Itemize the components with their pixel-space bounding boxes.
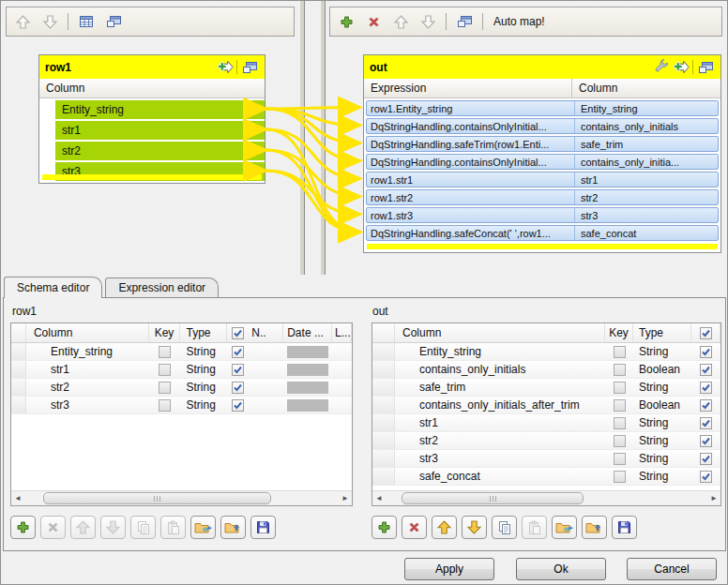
- type-cell[interactable]: String: [633, 343, 691, 360]
- output-column-cell[interactable]: contains_only_initials: [575, 121, 718, 132]
- key-checkbox[interactable]: [159, 346, 171, 358]
- nullable-checkbox[interactable]: [232, 382, 244, 394]
- schema-row[interactable]: safe_concatString: [372, 468, 720, 486]
- output-column-cell[interactable]: safe_trim: [575, 139, 718, 150]
- schema-row[interactable]: Entity_stringString: [372, 343, 720, 361]
- output-expression-cell[interactable]: row1.str3: [367, 208, 575, 222]
- type-cell[interactable]: String: [181, 361, 228, 378]
- column-name-cell[interactable]: str1: [395, 414, 605, 431]
- horizontal-scrollbar[interactable]: ◄►: [11, 490, 352, 505]
- output-column-cell[interactable]: Entity_string: [575, 103, 718, 114]
- column-name-cell[interactable]: contains_only_initials_after_trim: [395, 397, 605, 413]
- column-name-cell[interactable]: str1: [26, 361, 149, 378]
- output-row[interactable]: row1.str3str3: [366, 207, 719, 223]
- scroll-thumb[interactable]: [402, 492, 584, 504]
- nullable-checkbox[interactable]: [232, 346, 244, 358]
- add-column-arrow-icon[interactable]: [215, 58, 234, 77]
- mapping-link[interactable]: [265, 129, 360, 179]
- add-column-button[interactable]: [10, 516, 36, 539]
- output-expression-cell[interactable]: row1.str2: [367, 190, 575, 204]
- add-column-arrow-icon[interactable]: [671, 58, 690, 77]
- separate-window-button[interactable]: [104, 11, 123, 32]
- ok-button[interactable]: Ok: [516, 558, 606, 580]
- output-column-cell[interactable]: contains_only_initia...: [575, 157, 718, 168]
- nullable-checkbox[interactable]: [700, 399, 712, 412]
- output-row[interactable]: row1.Entity_stringEntity_string: [366, 100, 719, 116]
- type-cell[interactable]: Boolean: [633, 361, 691, 378]
- mapping-link[interactable]: [265, 108, 360, 110]
- panel-sash-right[interactable]: [320, 1, 326, 275]
- key-checkbox[interactable]: [614, 346, 626, 358]
- export-schema-button[interactable]: [220, 516, 246, 539]
- nullable-select-all-checkbox[interactable]: [232, 327, 244, 339]
- move-up-button[interactable]: [391, 11, 410, 32]
- date-pattern-box[interactable]: [287, 364, 328, 376]
- mapping-link[interactable]: [265, 109, 360, 143]
- schema-row[interactable]: str1String: [11, 361, 352, 379]
- key-checkbox[interactable]: [159, 364, 171, 376]
- mapping-link[interactable]: [265, 109, 360, 126]
- nullable-checkbox[interactable]: [700, 471, 712, 483]
- mapping-link[interactable]: [265, 109, 360, 161]
- type-cell[interactable]: Boolean: [633, 397, 691, 413]
- separate-window-icon[interactable]: [696, 58, 715, 77]
- separate-window-button[interactable]: [455, 11, 474, 32]
- mapping-link[interactable]: [265, 171, 360, 215]
- nullable-checkbox[interactable]: [700, 346, 712, 358]
- key-checkbox[interactable]: [614, 471, 626, 483]
- key-checkbox[interactable]: [614, 435, 626, 447]
- paste-button[interactable]: [522, 516, 547, 539]
- tab-schema-editor[interactable]: Schema editor: [4, 277, 102, 298]
- scroll-track[interactable]: [24, 491, 339, 505]
- schema-row[interactable]: str2String: [11, 379, 352, 397]
- remove-output-button[interactable]: [364, 11, 383, 32]
- nullable-checkbox[interactable]: [700, 382, 712, 394]
- add-output-button[interactable]: [337, 11, 356, 32]
- mapping-link[interactable]: [265, 150, 360, 197]
- schema-row[interactable]: contains_only_initialsBoolean: [372, 361, 720, 379]
- type-cell[interactable]: String: [181, 343, 228, 360]
- output-column-cell[interactable]: str1: [575, 174, 718, 186]
- key-checkbox[interactable]: [159, 382, 171, 394]
- remove-column-button[interactable]: [40, 516, 66, 539]
- tables-view-button[interactable]: [77, 11, 96, 32]
- type-cell[interactable]: String: [633, 432, 691, 449]
- move-down-button[interactable]: [462, 516, 487, 539]
- mapping-link[interactable]: [265, 129, 360, 232]
- panel-sash-left[interactable]: [299, 1, 305, 275]
- save-schema-button[interactable]: [612, 516, 637, 539]
- apply-button[interactable]: Apply: [404, 558, 494, 580]
- paste-button[interactable]: [160, 516, 186, 539]
- move-up-button[interactable]: [13, 11, 32, 32]
- key-checkbox[interactable]: [614, 364, 626, 376]
- move-up-button[interactable]: [432, 516, 457, 539]
- type-cell[interactable]: String: [181, 379, 228, 396]
- output-expression-cell[interactable]: DqStringHandling.safeTrim(row1.Enti...: [367, 137, 575, 151]
- output-expression-cell[interactable]: row1.str1: [367, 172, 575, 187]
- column-name-cell[interactable]: Entity_string: [26, 343, 149, 360]
- output-expression-cell[interactable]: DqStringHandling.containsOnlyInitial...: [367, 119, 575, 133]
- type-cell[interactable]: String: [633, 414, 691, 431]
- key-checkbox[interactable]: [614, 417, 626, 429]
- nullable-checkbox[interactable]: [700, 364, 712, 376]
- key-checkbox[interactable]: [614, 453, 626, 465]
- type-cell[interactable]: String: [633, 379, 691, 396]
- schema-row[interactable]: contains_only_initials_after_trimBoolean: [372, 397, 720, 414]
- output-row[interactable]: DqStringHandling.safeConcat(' ',row1...s…: [366, 225, 719, 241]
- output-row[interactable]: row1.str2str2: [366, 189, 719, 205]
- schema-row[interactable]: Entity_stringString: [11, 343, 352, 361]
- remove-column-button[interactable]: [402, 516, 427, 539]
- import-schema-button[interactable]: [552, 516, 577, 539]
- type-cell[interactable]: String: [181, 397, 228, 413]
- column-name-cell[interactable]: str3: [395, 450, 605, 467]
- output-expression-cell[interactable]: DqStringHandling.safeConcat(' ',row1...: [367, 226, 575, 240]
- column-name-cell[interactable]: safe_trim: [395, 379, 605, 396]
- nullable-select-all-checkbox[interactable]: [700, 327, 712, 339]
- schema-row[interactable]: safe_trimString: [372, 379, 720, 397]
- auto-map-button[interactable]: Auto map!: [492, 15, 545, 28]
- date-pattern-box[interactable]: [287, 346, 328, 358]
- wrench-icon[interactable]: [652, 58, 671, 77]
- nullable-checkbox[interactable]: [232, 399, 244, 412]
- mapping-link[interactable]: [265, 150, 360, 232]
- column-name-cell[interactable]: safe_concat: [395, 468, 605, 485]
